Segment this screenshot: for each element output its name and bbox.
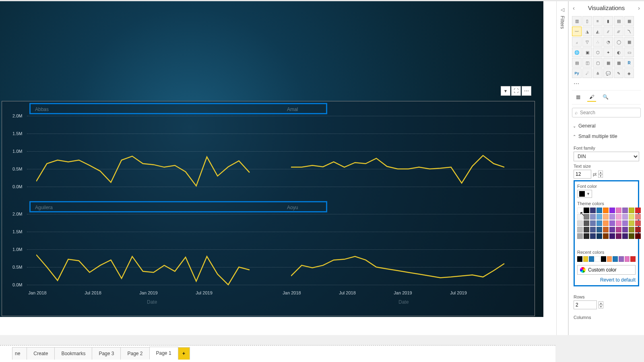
color-swatch[interactable] [629, 227, 634, 232]
color-swatch[interactable] [595, 256, 600, 262]
color-swatch[interactable] [597, 220, 602, 226]
viz-azure-map-icon[interactable]: ✦ [603, 47, 613, 57]
viz-funnel-icon[interactable]: ▽ [582, 37, 592, 47]
viz-table-icon[interactable]: ▦ [603, 58, 613, 68]
page-tab[interactable]: Page 2 [120, 347, 149, 360]
page-tab[interactable]: ne [12, 347, 27, 360]
text-size-input[interactable] [574, 170, 591, 179]
spinner-down-icon[interactable]: ▼ [598, 174, 603, 178]
spinner-up-icon[interactable]: ▲ [598, 171, 603, 174]
line-chart-visual[interactable]: ▾ ⛶ ⋯ 2.0M 1.5M 1.0M 0.5M 0.0M 2.0M [2, 101, 535, 316]
viz-scatter-icon[interactable]: ∴ [593, 37, 603, 47]
color-swatch[interactable] [635, 220, 641, 226]
report-canvas[interactable]: ▾ ⛶ ⋯ 2.0M 1.5M 1.0M 0.5M 0.0M 2.0M [0, 1, 556, 335]
viz-100-col-icon[interactable]: ▦ [624, 16, 634, 26]
color-swatch[interactable] [603, 220, 609, 226]
viz-decomp-icon[interactable]: ⋔ [593, 68, 603, 78]
color-swatch[interactable] [577, 233, 583, 239]
color-swatch[interactable] [635, 233, 641, 239]
color-swatch[interactable] [597, 233, 602, 239]
color-swatch[interactable] [583, 256, 588, 262]
color-swatch[interactable] [603, 233, 609, 239]
rows-input[interactable] [574, 300, 597, 309]
color-swatch[interactable] [629, 220, 634, 226]
color-swatch[interactable] [616, 233, 621, 239]
viz-more-icon[interactable]: ⋯ [572, 80, 641, 88]
viz-shape-map-icon[interactable]: ⬡ [593, 47, 603, 57]
viz-key-infl-icon[interactable]: ☄ [582, 68, 592, 78]
viz-qa-icon[interactable]: 💬 [603, 68, 613, 78]
color-swatch[interactable] [629, 233, 634, 239]
color-swatch[interactable] [590, 220, 596, 226]
color-swatch[interactable] [635, 227, 641, 232]
color-swatch[interactable] [616, 220, 621, 226]
viz-map-icon[interactable]: 🌐 [572, 47, 582, 57]
color-swatch[interactable] [609, 227, 615, 232]
viz-stacked-col-icon[interactable]: ▯ [582, 16, 592, 26]
filters-pane-collapsed[interactable]: ◁ Filters [556, 1, 568, 335]
color-swatch[interactable] [619, 256, 624, 262]
filters-expand-icon[interactable]: ◁ [561, 7, 564, 12]
collapse-right-icon[interactable]: › [638, 4, 640, 11]
viz-stacked-bar-icon[interactable]: ▥ [572, 16, 582, 26]
spinner-up-icon[interactable]: ▲ [599, 301, 603, 305]
viz-line-clust-icon[interactable]: ⫻ [614, 27, 623, 36]
viz-card-icon[interactable]: ▭ [624, 47, 634, 57]
color-swatch[interactable] [622, 227, 628, 232]
font-color-dropdown[interactable]: ▼ [577, 190, 592, 198]
page-tab-active[interactable]: Page 1 [149, 347, 178, 360]
color-swatch[interactable] [584, 233, 589, 239]
viz-narrative-icon[interactable]: ✎ [614, 68, 623, 78]
viz-ribbon-icon[interactable]: 〽 [624, 27, 634, 36]
color-swatch[interactable] [630, 256, 636, 262]
color-swatch[interactable] [601, 256, 606, 262]
color-swatch[interactable] [577, 227, 583, 232]
viz-line-icon[interactable]: 〰 [572, 27, 582, 36]
color-swatch[interactable] [584, 227, 589, 232]
color-swatch[interactable] [609, 233, 615, 239]
spinner-down-icon[interactable]: ▼ [599, 305, 603, 309]
viz-gauge-icon[interactable]: ◐ [614, 47, 623, 57]
color-swatch[interactable] [613, 256, 618, 262]
color-swatch[interactable] [590, 233, 596, 239]
font-family-select[interactable]: DIN [574, 152, 639, 161]
viz-filled-map-icon[interactable]: ▣ [582, 47, 592, 57]
viz-slicer-icon[interactable]: ▢ [593, 58, 603, 68]
viz-py-icon[interactable]: Py [572, 68, 582, 78]
format-tab-icon[interactable]: 🖌 [587, 93, 596, 102]
color-swatch[interactable] [607, 256, 612, 262]
viz-r-icon[interactable]: R [624, 58, 634, 68]
viz-pie-icon[interactable]: ◔ [603, 37, 613, 47]
color-swatch[interactable] [603, 227, 609, 232]
revert-to-default-link[interactable]: Revert to default [577, 277, 636, 283]
viz-clustered-col-icon[interactable]: ▮ [603, 16, 613, 26]
viz-multirow-icon[interactable]: ▤ [572, 58, 582, 68]
add-page-button[interactable]: + [178, 347, 190, 360]
viz-100-bar-icon[interactable]: ▤ [614, 16, 623, 26]
color-swatch[interactable] [625, 256, 630, 262]
color-swatch[interactable] [616, 227, 621, 232]
viz-area-icon[interactable]: ◮ [582, 27, 592, 36]
viz-clustered-bar-icon[interactable]: ≡ [593, 16, 603, 26]
color-swatch[interactable] [597, 227, 602, 232]
viz-treemap-icon[interactable]: ▦ [624, 37, 634, 47]
viz-line-col-icon[interactable]: ⫽ [603, 27, 613, 36]
page-tab[interactable]: Bookmarks [54, 347, 92, 360]
color-swatch[interactable] [609, 220, 615, 226]
visual-filter-icon[interactable]: ▾ [501, 86, 510, 96]
section-small-multiple-title[interactable]: ⌃ Small multiple title [572, 131, 641, 142]
page-tab[interactable]: Create [27, 347, 55, 360]
custom-color-button[interactable]: Custom color [577, 265, 636, 275]
color-swatch[interactable] [584, 220, 589, 226]
color-swatch[interactable] [622, 233, 628, 239]
color-swatch[interactable] [577, 256, 582, 262]
color-swatch[interactable] [590, 227, 596, 232]
format-search-input[interactable]: ⌕ Search [572, 108, 641, 117]
viz-stacked-area-icon[interactable]: ◭ [593, 27, 603, 36]
analytics-tab-icon[interactable]: 🔍 [601, 93, 610, 102]
visual-focus-icon[interactable]: ⛶ [511, 86, 521, 96]
viz-kpi-icon[interactable]: ◫ [582, 58, 592, 68]
fields-tab-icon[interactable]: ▦ [574, 93, 582, 102]
page-tab[interactable]: Page 3 [92, 347, 121, 360]
viz-matrix-icon[interactable]: ▩ [614, 58, 623, 68]
